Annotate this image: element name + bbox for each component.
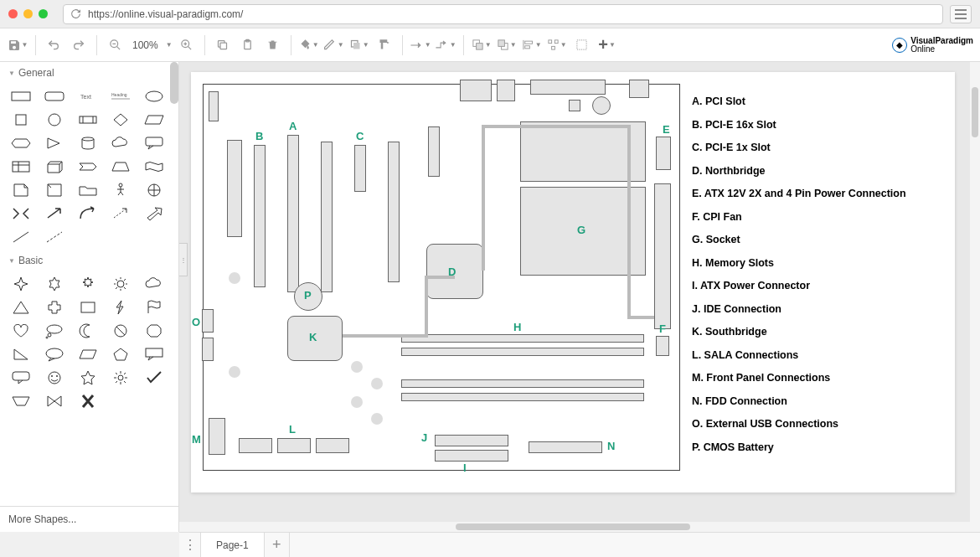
comp-f[interactable] [656, 336, 669, 356]
minimize-window-button[interactable] [23, 9, 33, 18]
shape-octagon[interactable] [142, 322, 167, 340]
maximize-window-button[interactable] [39, 9, 48, 18]
shape-arrow-both[interactable] [8, 204, 34, 223]
connector-style-button[interactable]: ▼ [435, 34, 456, 56]
diagram-canvas[interactable]: E B A C G D [191, 72, 955, 493]
shape-lightning[interactable] [108, 298, 133, 317]
shape-flag[interactable] [142, 298, 167, 317]
shape-trapezoid2[interactable] [8, 392, 34, 410]
shape-star4[interactable] [8, 275, 34, 293]
shape-hexagon[interactable] [8, 134, 34, 152]
comp-port-top-4[interactable] [530, 80, 606, 95]
palette-section-general[interactable]: General [0, 62, 178, 84]
shape-tape[interactable] [142, 157, 167, 176]
shape-thought[interactable] [42, 322, 67, 340]
to-back-button[interactable]: ▼ [496, 34, 518, 56]
shape-speech-oval[interactable] [42, 345, 67, 364]
paste-button[interactable] [237, 34, 259, 56]
comp-left-1[interactable] [227, 140, 242, 237]
comp-j[interactable] [435, 435, 508, 446]
format-painter-button[interactable] [374, 34, 395, 56]
to-front-button[interactable]: ▼ [471, 34, 493, 56]
zoom-in-button[interactable] [176, 34, 198, 56]
shape-pentagon[interactable] [108, 345, 133, 364]
comp-l2[interactable] [277, 438, 311, 453]
comp-o1[interactable] [202, 309, 214, 333]
shape-trapezoid[interactable] [108, 157, 133, 176]
comp-dot5[interactable] [351, 396, 363, 408]
comp-b[interactable] [254, 145, 266, 287]
comp-g-top[interactable] [520, 121, 646, 182]
tab-page-1[interactable]: Page-1 [201, 533, 265, 557]
comp-port-top-2[interactable] [460, 80, 492, 101]
zoom-out-button[interactable] [104, 34, 126, 56]
shape-actor[interactable] [108, 181, 133, 199]
shape-note[interactable] [8, 181, 34, 199]
zoom-level[interactable]: 100% [129, 39, 162, 51]
comp-i[interactable] [435, 450, 508, 462]
shape-speech-rect[interactable] [142, 345, 167, 364]
shape-check[interactable] [142, 369, 167, 387]
delete-button[interactable] [262, 34, 284, 56]
shape-sun[interactable] [108, 275, 133, 293]
shape-table[interactable] [8, 157, 34, 176]
shape-speech2[interactable] [8, 369, 34, 387]
shape-cube[interactable] [42, 157, 67, 176]
comp-a2[interactable] [321, 142, 333, 292]
motherboard-outline[interactable]: E B A C G D [203, 84, 680, 471]
shape-cloud[interactable] [108, 134, 133, 152]
shape-plaque[interactable] [75, 298, 101, 317]
shape-arrow-up[interactable] [42, 204, 67, 223]
address-bar[interactable]: https://online.visual-paradigm.com/ [63, 4, 943, 24]
select-mode-button[interactable] [571, 34, 593, 56]
comp-a1[interactable] [287, 135, 299, 292]
comp-e[interactable] [656, 137, 671, 170]
comp-port-top-6[interactable] [592, 96, 611, 115]
comp-h4[interactable] [401, 393, 644, 401]
comp-h2[interactable] [401, 348, 644, 356]
comp-a3[interactable] [388, 142, 400, 282]
shape-cylinder[interactable] [75, 134, 101, 152]
comp-right-slot[interactable] [654, 183, 671, 329]
shape-diamond[interactable] [108, 111, 133, 129]
shape-smiley[interactable] [42, 369, 67, 387]
shape-heading[interactable]: Heading [108, 87, 133, 106]
sidebar-collapse-handle[interactable]: ⋮ [179, 243, 188, 276]
shape-arrow-curve[interactable] [75, 204, 101, 223]
comp-h3[interactable] [401, 379, 644, 388]
comp-port-top-5[interactable] [569, 100, 580, 111]
comp-h1[interactable] [401, 334, 644, 343]
comp-dot6[interactable] [371, 413, 383, 425]
shape-star6[interactable] [42, 275, 67, 293]
comp-dot1[interactable] [229, 272, 240, 284]
line-color-button[interactable]: ▼ [323, 34, 345, 56]
close-window-button[interactable] [8, 9, 18, 18]
shape-process[interactable] [75, 111, 101, 129]
sidebar-scrollbar[interactable] [170, 62, 178, 104]
distribute-button[interactable]: ▼ [546, 34, 568, 56]
shape-triangle[interactable] [42, 134, 67, 152]
comp-port-top-1[interactable] [209, 91, 219, 121]
comp-m[interactable] [209, 418, 225, 455]
shape-line-dashed[interactable] [42, 228, 67, 246]
shape-x[interactable] [75, 392, 101, 410]
shape-noentry[interactable] [108, 322, 133, 340]
comp-dot2[interactable] [229, 366, 240, 378]
save-button[interactable]: ▼ [7, 34, 28, 56]
shape-cloud2[interactable] [142, 275, 167, 293]
shape-rounded-rect[interactable] [42, 87, 67, 106]
palette-section-basic[interactable]: Basic [0, 250, 178, 271]
shape-ellipse[interactable] [142, 87, 167, 106]
menu-button[interactable] [950, 5, 972, 23]
comp-port-top-3[interactable] [497, 80, 515, 101]
shape-circle[interactable] [42, 111, 67, 129]
comp-dot3[interactable] [351, 361, 363, 373]
comp-c[interactable] [354, 145, 366, 192]
shape-triangle2[interactable] [8, 298, 34, 317]
comp-slot[interactable] [428, 126, 440, 177]
comp-l1[interactable] [239, 438, 272, 453]
shape-cross[interactable] [42, 298, 67, 317]
connector-start-button[interactable]: ▼ [410, 34, 431, 56]
tab-drag-handle[interactable]: ⋮ [179, 533, 201, 557]
comp-n[interactable] [529, 441, 602, 453]
